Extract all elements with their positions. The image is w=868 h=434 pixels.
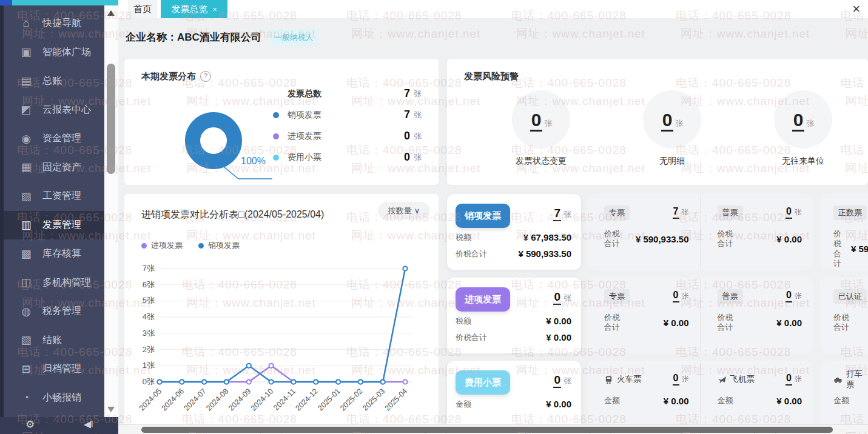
- sidebar-item-inventory[interactable]: ▩库存核算: [4, 239, 104, 269]
- line-chart: 0张1张2张3张4张5张6张7张2024-052024-062024-07202…: [130, 255, 434, 434]
- comparison-panel-title: 进销项发票对比分析表□(2024/05-2025/04): [141, 209, 324, 221]
- breakdown-field-label: 价税合计: [604, 229, 622, 249]
- transport-type: 火车票: [604, 374, 642, 385]
- sidebar-item-payroll[interactable]: ▨工资管理: [4, 182, 104, 211]
- tab-home[interactable]: 首页: [128, 0, 157, 18]
- sidebar-item-label: 总账: [42, 75, 62, 87]
- expense-receipt-badge-button[interactable]: 费用小票: [456, 370, 510, 395]
- breakdown-count-number: 0: [673, 373, 679, 386]
- purchase-invoice-count-number: 0: [553, 291, 561, 305]
- sales-invoice-fields: 税额¥ 67,983.50价税合计¥ 590,933.50: [456, 229, 571, 262]
- field-label: 价税合计: [456, 249, 487, 259]
- sidebar-item-agent-plaza[interactable]: ▣智能体广场: [4, 38, 104, 67]
- svg-text:5张: 5张: [143, 296, 155, 305]
- archive-tray-icon: ⊟: [19, 362, 33, 376]
- chart-legend-item[interactable]: 进项发票: [141, 240, 183, 251]
- chart-legend-item[interactable]: 销项发票: [198, 240, 240, 251]
- purchase-invoice-count[interactable]: 0张: [553, 291, 571, 305]
- svg-text:1张: 1张: [143, 361, 155, 370]
- close-icon[interactable]: ×: [852, 1, 860, 18]
- risk-label: 无往来单位: [755, 156, 852, 167]
- breakdown-count-unit: 张: [682, 374, 689, 384]
- risk-count[interactable]: 0: [530, 111, 543, 132]
- sidebar-item-reimburse[interactable]: ◔小畅报销: [4, 384, 104, 413]
- salary-icon: ▨: [19, 190, 33, 203]
- sidebar-scrollbar[interactable]: [104, 5, 118, 417]
- chart-legend-label: 进项发票: [151, 240, 183, 251]
- extra-body: 价税合计¥ 59: [833, 229, 868, 269]
- sidebar-item-funds[interactable]: ◉资金管理: [4, 124, 104, 153]
- sidebar-list: ⌂快捷导航▣智能体广场▤总账◩云报表中心◉资金管理▦固定资产▨工资管理▥发票管理…: [4, 9, 104, 412]
- risk-count[interactable]: 0: [661, 111, 674, 132]
- company-label: 企业名称：: [126, 32, 177, 43]
- invoice-comparison-panel: 进销项发票对比分析表□(2024/05-2025/04) 按数量 ∨ 进项发票销…: [124, 194, 439, 434]
- transport-label: 飞机票: [730, 374, 755, 385]
- breakdown-head: 火车票0张: [604, 372, 689, 387]
- scroll-up-icon[interactable]: [107, 10, 115, 16]
- risk-count[interactable]: 0: [792, 111, 805, 132]
- reimburse-icon: ◔: [19, 392, 33, 404]
- sidebar-item-invoice[interactable]: ▥发票管理: [4, 211, 104, 240]
- quantity-filter-dropdown[interactable]: 按数量 ∨: [378, 202, 430, 219]
- app-window: ⌂快捷导航▣智能体广场▤总账◩云报表中心◉资金管理▦固定资产▨工资管理▥发票管理…: [0, 0, 868, 434]
- risk-unit: 张: [675, 118, 683, 129]
- legend-unit: 张: [414, 110, 422, 121]
- extra-head: 已认证: [833, 289, 868, 304]
- mute-speaker-icon[interactable]: ◀‖: [84, 419, 92, 430]
- expense-receipt-card: 费用小票0张金额¥ 0.00: [447, 361, 581, 434]
- horizontal-scrollbar[interactable]: [118, 424, 868, 434]
- breakdown-count-unit: 张: [795, 374, 802, 384]
- help-icon[interactable]: ?: [200, 71, 211, 82]
- sales-invoice-count[interactable]: 7张: [553, 207, 571, 221]
- scroll-down-icon[interactable]: [107, 407, 115, 412]
- closing-icon: ▧: [19, 333, 33, 347]
- horizontal-scrollbar-thumb[interactable]: [141, 427, 833, 433]
- breakdown-count-number: 0: [786, 290, 792, 302]
- breakdown-count-unit: 张: [795, 207, 802, 218]
- sidebar-item-fixed-assets[interactable]: ▦固定资产: [4, 153, 104, 182]
- breakdown-count[interactable]: 0张: [673, 290, 689, 302]
- watermark-site-text: 网址：www.chanjet.net: [846, 26, 868, 42]
- risk-unit: 张: [806, 118, 814, 129]
- legend-dot: [273, 155, 279, 161]
- type-chip: 正数票: [833, 205, 867, 220]
- extra-field-label: 价税合计: [833, 229, 841, 269]
- tab-close-icon[interactable]: ×: [212, 5, 217, 14]
- breakdown-count[interactable]: 0张: [786, 373, 802, 386]
- breakdown-count-unit: 张: [682, 291, 689, 301]
- legend-value: 7: [404, 87, 410, 100]
- breakdown-field-value: ¥ 590,933.50: [636, 234, 689, 244]
- breakdown-body: 金额¥ 0.00: [604, 396, 689, 406]
- svg-text:2024-07: 2024-07: [182, 387, 207, 412]
- sidebar-scrollbar-thumb[interactable]: [107, 64, 115, 174]
- sidebar-item-quick-nav[interactable]: ⌂快捷导航: [4, 9, 104, 38]
- breakdown-field-label: 价税合计: [718, 229, 736, 249]
- extra-head: 打车票: [833, 372, 868, 387]
- cloud-report-icon: ◩: [19, 103, 33, 116]
- legend-dot: [141, 243, 147, 249]
- settings-gear-icon[interactable]: ⚙: [25, 418, 35, 431]
- breakdown-field-label: 价税合计: [718, 313, 736, 333]
- expense-receipt-count[interactable]: 0张: [553, 374, 571, 388]
- purchase-invoice-badge-button[interactable]: 进项发票: [456, 287, 510, 312]
- sidebar-item-closing[interactable]: ▧结账: [4, 326, 104, 355]
- svg-text:0张: 0张: [143, 377, 155, 386]
- invoice-distribution-panel: 本期发票分布? 100% 发票总数7张销项发票7张进项发票0张费用小票0张: [124, 59, 439, 185]
- risk-circle: 0张: [643, 90, 701, 149]
- sidebar-item-cloud-reports[interactable]: ◩云报表中心: [4, 96, 104, 125]
- sidebar-item-general-ledger[interactable]: ▤总账: [4, 67, 104, 96]
- sales-invoice-badge-button[interactable]: 销项发票: [456, 204, 510, 228]
- type-chip: 普票: [718, 289, 743, 304]
- tab-invoice-overview[interactable]: 发票总览×: [161, 0, 227, 18]
- breakdown-count[interactable]: 0张: [786, 290, 802, 302]
- sidebar-item-archive[interactable]: ⊟归档管理: [4, 355, 104, 384]
- sidebar-item-multi-org[interactable]: ◫多机构管理: [4, 269, 104, 298]
- legend-label: 费用小票: [288, 152, 404, 163]
- sidebar-item-tax[interactable]: ◍税务管理: [4, 297, 104, 326]
- breakdown-火车票: 火车票0张金额¥ 0.00: [587, 361, 701, 434]
- tax-icon: ◍: [19, 305, 33, 318]
- breakdown-count[interactable]: 0张: [786, 207, 802, 219]
- breakdown-count[interactable]: 0张: [673, 373, 689, 386]
- risk-label: 发票状态变更: [493, 156, 590, 167]
- breakdown-count[interactable]: 7张: [673, 207, 689, 219]
